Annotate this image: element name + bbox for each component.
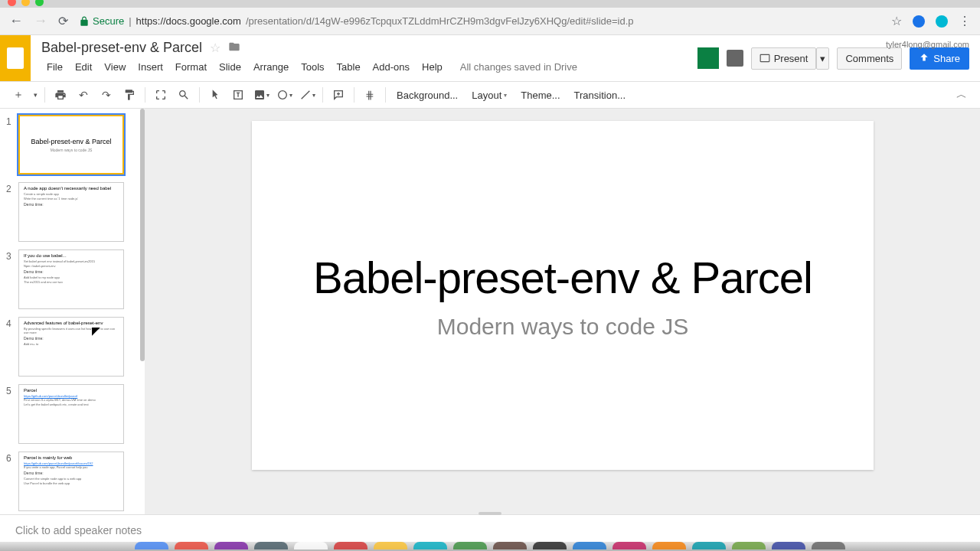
user-email[interactable]: tyler4long@gmail.com [886,40,969,49]
collaborator-avatar[interactable] [697,47,719,69]
layout-button[interactable]: Layout [466,84,513,106]
slide-title[interactable]: Babel-preset-env & Parcel [313,252,812,303]
slide-thumbnail[interactable]: Babel-preset-env & ParcelModern ways to … [18,115,124,174]
lock-icon [79,16,90,27]
undo-icon[interactable]: ↶ [73,84,94,106]
toolbar: ＋ ▾ ↶ ↷ ▾ ▾ ▾ ⋕ Background... Layout The… [0,81,980,109]
select-tool-icon[interactable] [204,84,226,106]
url-path: /presentation/d/14gW-e996zTcpquxTZLddmHr… [246,15,634,27]
svg-point-0 [278,91,286,99]
present-label: Present [774,53,808,64]
back-button[interactable]: ← [9,13,23,29]
paint-format-icon[interactable] [119,84,140,106]
menu-insert[interactable]: Insert [132,59,168,75]
slide-thumbnail-row[interactable]: 6Parcel is mainly for webhttps://github.… [6,452,139,511]
browser-menu-icon[interactable]: ⋮ [959,14,971,28]
slide-thumbnail[interactable]: Advanced features of babel-preset-envBy … [18,317,124,377]
slide-thumbnail-row[interactable]: 2A node app doesn't necessarily need bab… [6,182,139,242]
document-title[interactable]: Babel-preset-env & Parcel [41,40,202,56]
secure-label: Secure [93,15,124,27]
theme-button[interactable]: Theme... [514,84,566,106]
present-dropdown[interactable]: ▾ [816,47,829,70]
share-label: Share [933,53,960,64]
window-controls[interactable] [8,0,44,6]
slide-number: 4 [6,317,14,377]
notes-resize-handle[interactable] [479,512,501,515]
slide-thumbnail[interactable]: If you do use babel...Set babel preset e… [18,249,124,309]
slide-thumbnail-row[interactable]: 4Advanced features of babel-preset-envBy… [6,317,139,377]
shape-icon[interactable]: ▾ [273,84,295,106]
comments-label: Comments [845,53,893,64]
browser-toolbar: ← → ⟳ Secure | https://docs.google.com/p… [0,8,980,35]
document-header: Babel-preset-env & Parcel ☆ File Edit Vi… [0,35,980,81]
slide-thumbnail-row[interactable]: 1Babel-preset-env & ParcelModern ways to… [6,115,139,174]
browser-tab-strip [0,0,980,8]
slide-number: 3 [6,249,14,309]
panel-scrollbar[interactable] [140,109,145,361]
zoom-icon[interactable] [173,84,194,106]
menu-format[interactable]: Format [170,59,212,75]
slide-thumbnail[interactable]: Parcelhttps://github.com/parcel-bundler/… [18,384,124,444]
print-icon[interactable] [50,84,71,106]
slide-thumbnail-row[interactable]: 5Parcelhttps://github.com/parcel-bundler… [6,384,139,444]
save-status: All changes saved in Drive [460,61,577,73]
menu-help[interactable]: Help [416,59,448,75]
share-button[interactable]: Share [910,47,969,70]
menu-file[interactable]: File [41,59,68,75]
line-icon[interactable]: ▾ [296,84,318,106]
address-bar[interactable]: Secure | https://docs.google.com/present… [79,15,880,27]
new-slide-dropdown[interactable]: ▾ [31,84,40,106]
menu-edit[interactable]: Edit [70,59,97,75]
secure-indicator: Secure [79,15,124,27]
extension-icon[interactable] [913,15,925,28]
svg-line-1 [301,91,309,99]
comments-button[interactable]: Comments [837,47,902,70]
menu-view[interactable]: View [99,59,131,75]
slide-number: 1 [6,115,14,174]
forward-button: → [34,13,47,29]
image-icon[interactable]: ▾ [250,84,272,106]
close-window-icon[interactable] [8,0,16,6]
slide-number: 6 [6,452,14,511]
present-button[interactable]: Present [751,47,817,70]
slide-thumbnail[interactable]: Parcel is mainly for webhttps://github.c… [18,452,124,511]
menu-table[interactable]: Table [332,59,366,75]
reload-button[interactable]: ⟳ [58,14,68,28]
bookmark-star-icon[interactable]: ☆ [891,14,902,28]
menu-tools[interactable]: Tools [296,59,329,75]
extension-icon-2[interactable] [936,15,948,28]
comment-icon[interactable] [328,84,349,106]
slide-number: 5 [6,384,14,444]
url-host: https://docs.google.com [136,15,241,27]
slide-thumbnail-row[interactable]: 3If you do use babel...Set babel preset … [6,249,139,309]
new-slide-button[interactable]: ＋ [8,84,29,106]
menu-slide[interactable]: Slide [214,59,247,75]
slides-logo[interactable] [0,35,31,81]
notes-placeholder: Click to add speaker notes [15,524,142,536]
slide-thumbnail[interactable]: A node app doesn't necessarily need babe… [18,182,124,242]
background-button[interactable]: Background... [390,84,464,106]
star-icon[interactable]: ☆ [210,41,220,55]
chat-icon[interactable] [727,50,743,67]
slide-number: 2 [6,182,14,242]
zoom-fit-icon[interactable] [150,84,172,106]
maximize-window-icon[interactable] [35,0,44,6]
transition-button[interactable]: Transition... [568,84,632,106]
textbox-icon[interactable] [227,84,249,106]
redo-icon[interactable]: ↷ [96,84,117,106]
canvas-area[interactable]: Babel-preset-env & Parcel Modern ways to… [145,109,980,514]
menu-bar: File Edit View Insert Format Slide Arran… [41,59,687,75]
menu-arrange[interactable]: Arrange [248,59,294,75]
macos-dock[interactable] [0,542,980,551]
folder-icon[interactable] [228,41,240,56]
slide-canvas[interactable]: Babel-preset-env & Parcel Modern ways to… [252,121,874,470]
minimize-window-icon[interactable] [21,0,30,6]
slide-panel[interactable]: 1Babel-preset-env & ParcelModern ways to… [0,109,145,514]
menu-addons[interactable]: Add-ons [368,59,415,75]
slide-subtitle[interactable]: Modern ways to code JS [437,314,689,340]
collapse-toolbar-icon[interactable]: ︿ [951,84,972,106]
grid-icon[interactable]: ⋕ [359,84,381,106]
